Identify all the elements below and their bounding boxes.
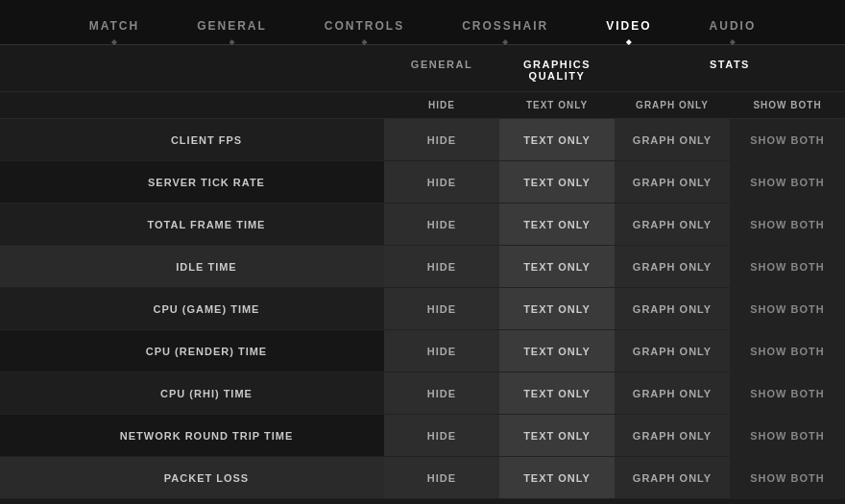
col-group-general: GENERAL [384,59,499,82]
cell-hide[interactable]: Hide [384,288,499,329]
row-label: CPU (Render) Time [29,330,384,372]
col-group-empty [29,59,384,82]
row-label: CPU (RHI) Time [29,372,384,414]
table-row: Packet Loss Hide Text Only Graph Only Sh… [0,457,845,499]
cell-text-only[interactable]: Text Only [499,246,615,287]
cell-hide[interactable]: Hide [384,119,499,160]
row-label: Network Round Trip Time [29,415,384,456]
cell-graph-only[interactable]: Graph Only [615,415,730,456]
cell-text-only[interactable]: Text Only [499,457,615,498]
nav-items: MATCH GENERAL CONTROLS CROSSHAIR VIDEO A… [60,12,785,44]
nav-item-controls[interactable]: CONTROLS [296,12,433,44]
table-row: Idle Time Hide Text Only Graph Only Show… [0,246,845,288]
table-row: Total Frame Time Hide Text Only Graph On… [0,204,845,246]
cell-text-only[interactable]: Text Only [499,204,615,245]
cell-text-only[interactable]: Text Only [499,119,615,160]
cell-show-both[interactable]: Show Both [730,204,845,245]
cell-graph-only[interactable]: Graph Only [615,119,730,160]
table-row: Client FPS Hide Text Only Graph Only Sho… [0,119,845,161]
sub-col-text-only: TEXT ONLY [499,100,615,110]
cell-text-only[interactable]: Text Only [499,330,615,372]
cell-show-both[interactable]: Show Both [730,330,845,372]
sub-col-show-both: SHOW BOTH [730,100,845,110]
nav-label-controls: CONTROLS [325,19,404,33]
nav-bar: MATCH GENERAL CONTROLS CROSSHAIR VIDEO A… [0,0,845,45]
cell-show-both[interactable]: Show Both [730,246,845,287]
row-label: Client FPS [29,119,384,160]
cell-show-both[interactable]: Show Both [730,415,845,456]
nav-label-video: VIDEO [606,19,651,33]
table-body: Client FPS Hide Text Only Graph Only Sho… [0,119,845,499]
cell-graph-only[interactable]: Graph Only [615,288,730,329]
table-row: CPU (Render) Time Hide Text Only Graph O… [0,330,845,372]
table-row: Server Tick Rate Hide Text Only Graph On… [0,161,845,204]
nav-item-match[interactable]: MATCH [60,12,168,44]
cell-graph-only[interactable]: Graph Only [615,161,730,203]
nav-label-audio: AUDIO [710,19,757,33]
cell-hide[interactable]: Hide [384,204,499,245]
cell-hide[interactable]: Hide [384,372,499,414]
cell-graph-only[interactable]: Graph Only [615,457,730,498]
sub-col-graph-only: GRAPH ONLY [615,100,730,110]
cell-text-only[interactable]: Text Only [499,415,615,456]
cell-graph-only[interactable]: Graph Only [615,246,730,287]
cell-show-both[interactable]: Show Both [730,119,845,160]
table-row: CPU (RHI) Time Hide Text Only Graph Only… [0,372,845,415]
cell-hide[interactable]: Hide [384,457,499,498]
nav-item-audio[interactable]: AUDIO [681,12,785,44]
cell-graph-only[interactable]: Graph Only [615,330,730,372]
cell-graph-only[interactable]: Graph Only [615,372,730,414]
cell-show-both[interactable]: Show Both [730,288,845,329]
cell-hide[interactable]: Hide [384,330,499,372]
nav-item-video[interactable]: VIDEO [577,12,680,44]
row-label: CPU (Game) Time [29,288,384,329]
nav-item-general[interactable]: GENERAL [168,12,296,44]
sub-col-label [29,100,384,110]
row-label: Packet Loss [29,457,384,498]
cell-show-both[interactable]: Show Both [730,161,845,203]
col-group-graphics: GRAPHICS QUALITY [499,59,615,82]
content-area: GENERAL GRAPHICS QUALITY STATS HIDE TEXT… [0,45,845,499]
cell-hide[interactable]: Hide [384,415,499,456]
nav-label-match: MATCH [89,19,139,33]
cell-text-only[interactable]: Text Only [499,161,615,203]
cell-hide[interactable]: Hide [384,246,499,287]
cell-show-both[interactable]: Show Both [730,372,845,414]
sub-col-hide: HIDE [384,100,499,110]
row-label: Total Frame Time [29,204,384,245]
cell-text-only[interactable]: Text Only [499,372,615,414]
row-label: Idle Time [29,246,384,287]
row-label: Server Tick Rate [29,161,384,203]
column-group-headers: GENERAL GRAPHICS QUALITY STATS [0,45,845,92]
sub-column-headers: HIDE TEXT ONLY GRAPH ONLY SHOW BOTH [0,92,845,119]
col-group-stats: STATS [615,59,845,82]
nav-item-crosshair[interactable]: CROSSHAIR [433,12,577,44]
nav-label-crosshair: CROSSHAIR [462,19,548,33]
cell-text-only[interactable]: Text Only [499,288,615,329]
nav-label-general: GENERAL [197,19,267,33]
cell-graph-only[interactable]: Graph Only [615,204,730,245]
table-row: Network Round Trip Time Hide Text Only G… [0,415,845,457]
cell-show-both[interactable]: Show Both [730,457,845,498]
table-row: CPU (Game) Time Hide Text Only Graph Onl… [0,288,845,330]
cell-hide[interactable]: Hide [384,161,499,203]
